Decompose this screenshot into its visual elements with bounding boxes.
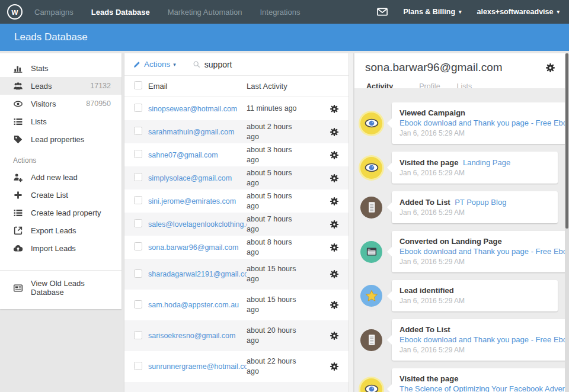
nav-item-campaigns[interactable]: Campaigns [34, 8, 73, 17]
sidebar-item-label: Create List [31, 191, 68, 200]
row-checkbox[interactable] [134, 196, 142, 204]
activity-card: Lead identified Jan 6, 2016 5:29 AM [392, 280, 558, 311]
row-checkbox[interactable] [134, 173, 142, 181]
row-settings-button[interactable] [330, 197, 349, 206]
search-icon [193, 60, 201, 69]
nav-menu: Campaigns Leads Database Marketing Autom… [34, 8, 300, 17]
lead-email-link[interactable]: sunrunnergraeme@hotmail.com [148, 362, 247, 371]
sidebar-item-import-leads[interactable]: Import Leads [0, 239, 122, 257]
row-checkbox[interactable] [134, 104, 142, 112]
lead-detail-panel: sona.barwar96@gmail.com Activity Profile… [354, 53, 565, 392]
row-settings-button[interactable] [330, 104, 349, 114]
table-row[interactable]: sona.barwar96@gmail.com about 8 hours ag… [124, 236, 349, 259]
activity-link[interactable]: Ebook download and Thank you page - Free… [399, 335, 565, 345]
last-activity-text: about 5 hours ago [247, 168, 308, 188]
sidebar-item-create-list[interactable]: Create List [0, 186, 122, 204]
lead-email-link[interactable]: sona.barwar96@gmail.com [148, 243, 238, 252]
table-row[interactable]: sahne07@gmail.com about 3 hours ago [124, 143, 349, 166]
mail-icon[interactable] [376, 6, 388, 18]
sidebar-item-add-new-lead[interactable]: Add new lead [0, 168, 122, 186]
activity-link[interactable]: Ebook download and Thank you page - Free… [399, 118, 565, 128]
row-settings-button[interactable] [330, 269, 349, 279]
row-settings-button[interactable] [330, 331, 349, 340]
row-checkbox[interactable] [134, 331, 142, 339]
row-settings-button[interactable] [330, 362, 349, 371]
row-checkbox[interactable] [134, 127, 142, 135]
lead-email-link[interactable]: sarahmathuin@gmail.com [148, 128, 234, 136]
lead-email-link[interactable]: simplysolace@gmail.com [148, 174, 232, 182]
nav-item-leads-database[interactable]: Leads Database [91, 8, 150, 17]
sidebar-item-lists[interactable]: Lists [0, 113, 122, 130]
nav-item-marketing-automation[interactable]: Marketing Automation [168, 8, 242, 17]
lead-email-link[interactable]: sinopsewear@hotmail.com [148, 105, 237, 113]
lead-settings-button[interactable] [545, 63, 555, 73]
wishpond-logo[interactable]: w [7, 4, 23, 20]
sidebar-item-stats[interactable]: Stats [0, 59, 122, 77]
table-row[interactable]: sarahmathuin@gmail.com about 2 hours ago [124, 120, 349, 143]
gear-icon [330, 269, 339, 279]
table-row[interactable]: sam.hoda@appster.com.au about 15 hours a… [124, 290, 349, 320]
table-row[interactable]: sunrunnergraeme@hotmail.com about 22 hou… [124, 351, 349, 382]
table-row[interactable]: sini.jerome@emirates.com about 5 hours a… [124, 189, 349, 213]
table-row[interactable]: sinopsewear@hotmail.com 11 minutes ago [124, 97, 349, 120]
activity-link[interactable]: PT Popup Blog [455, 198, 506, 207]
visitors-count: 870950 [86, 99, 111, 108]
row-settings-button[interactable] [330, 243, 349, 252]
table-row[interactable]: sharadagarwal2191@gmail.com about 15 hou… [124, 259, 349, 290]
logo-letter: w [12, 7, 18, 17]
account-menu[interactable]: alexs+softwareadvise▾ [477, 8, 560, 16]
activity-card: Added To List Ebook download and Thank y… [392, 319, 565, 361]
activity-link[interactable]: Landing Page [463, 158, 510, 167]
plans-billing-menu[interactable]: Plans & Billing▾ [404, 8, 462, 16]
nav-item-integrations[interactable]: Integrations [260, 8, 301, 17]
activity-title: Added To List [399, 324, 565, 335]
activity-date: Jan 6, 2016 5:29 AM [399, 128, 565, 138]
row-checkbox[interactable] [134, 219, 142, 227]
lead-email-link[interactable]: sahne07@gmail.com [148, 151, 218, 159]
activity-item: Added To List Ebook download and Thank y… [357, 319, 558, 361]
lead-detail-header: sona.barwar96@gmail.com [354, 53, 565, 75]
plans-billing-label: Plans & Billing [404, 8, 456, 16]
table-row[interactable]: sarisoekresno@gmail.com about 20 hours a… [124, 320, 349, 351]
row-checkbox[interactable] [134, 362, 142, 370]
activity-item: Added To List PT Popup Blog Jan 6, 2016 … [357, 191, 558, 223]
row-settings-button[interactable] [330, 127, 349, 137]
sidebar-item-leads[interactable]: Leads 17132 [0, 77, 122, 95]
sidebar-item-lead-properties[interactable]: Lead properties [0, 130, 122, 148]
lead-email-link[interactable]: sarisoekresno@gmail.com [148, 332, 235, 340]
activity-link[interactable]: The Science of Optimizing Your Facebook … [399, 384, 565, 392]
gear-icon [330, 362, 339, 371]
sidebar-item-create-lead-property[interactable]: Create lead property [0, 204, 122, 221]
row-settings-button[interactable] [330, 220, 349, 229]
sidebar-item-view-old-leads-database[interactable]: View Old Leads Database [0, 279, 122, 297]
eye-icon [360, 157, 382, 179]
sidebar-item-label: View Old Leads Database [31, 279, 111, 297]
table-row[interactable]: simplysolace@gmail.com about 5 hours ago [124, 166, 349, 189]
row-checkbox[interactable] [134, 300, 142, 309]
row-settings-button[interactable] [330, 173, 349, 183]
activity-title: Visited the page [399, 374, 565, 384]
panel-scrollbar-track[interactable] [349, 53, 354, 392]
activity-item: Converted on Landing Page Ebook download… [357, 231, 558, 272]
table-row[interactable]: sales@lovelagenlookclothing.co... about … [124, 213, 349, 236]
search-input[interactable] [204, 60, 311, 69]
activity-link[interactable]: Ebook download and Thank you page - Free… [399, 246, 565, 256]
sidebar-section-actions: Actions [0, 148, 122, 168]
page-scrollbar-track[interactable] [565, 53, 569, 392]
row-settings-button[interactable] [330, 300, 349, 310]
select-all-checkbox[interactable] [134, 81, 142, 89]
row-checkbox[interactable] [134, 242, 142, 250]
row-checkbox[interactable] [134, 150, 142, 158]
page-title: Leads Database [0, 31, 88, 43]
row-settings-button[interactable] [330, 150, 349, 160]
sidebar-item-visitors[interactable]: Visitors 870950 [0, 95, 122, 113]
page-scrollbar-thumb[interactable] [565, 53, 568, 229]
lead-email-link[interactable]: sini.jerome@emirates.com [148, 197, 236, 205]
lead-email-link[interactable]: sales@lovelagenlookclothing.co... [148, 220, 247, 229]
lead-email-link[interactable]: sharadagarwal2191@gmail.com [148, 270, 247, 278]
sidebar-item-export-leads[interactable]: Export Leads [0, 221, 122, 239]
lead-email-link[interactable]: sam.hoda@appster.com.au [148, 301, 239, 309]
activity-title: Converted on Landing Page [399, 236, 565, 246]
row-checkbox[interactable] [134, 269, 142, 278]
actions-dropdown-button[interactable]: Actions ▾ [133, 60, 176, 69]
